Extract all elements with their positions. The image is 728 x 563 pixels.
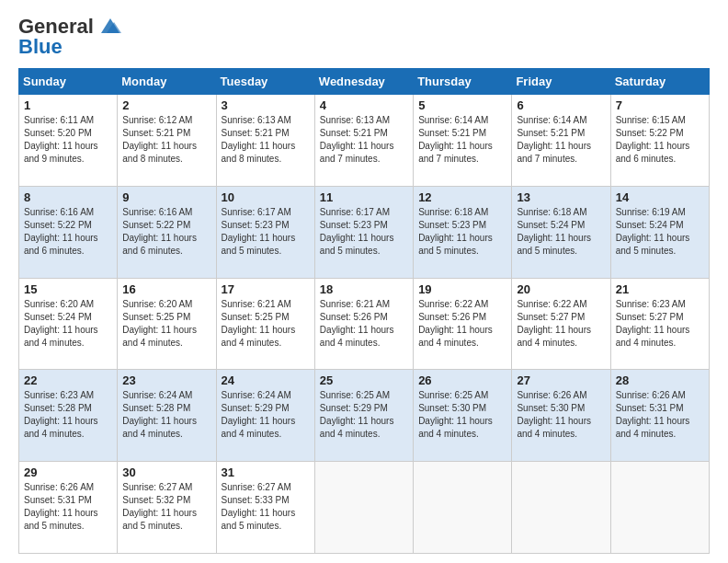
day-info: Sunrise: 6:13 AM Sunset: 5:21 PM Dayligh…: [320, 114, 408, 166]
day-info: Sunrise: 6:14 AM Sunset: 5:21 PM Dayligh…: [517, 114, 605, 166]
calendar-cell: 26 Sunrise: 6:25 AM Sunset: 5:30 PM Dayl…: [414, 370, 512, 462]
day-number: 22: [24, 373, 112, 387]
day-info: Sunrise: 6:24 AM Sunset: 5:29 PM Dayligh…: [222, 389, 310, 441]
logo: General Blue: [18, 15, 123, 59]
day-number: 30: [122, 465, 210, 479]
day-number: 24: [222, 373, 310, 387]
calendar-cell: 5 Sunrise: 6:14 AM Sunset: 5:21 PM Dayli…: [414, 95, 512, 187]
calendar-header-wednesday: Wednesday: [314, 69, 413, 95]
day-info: Sunrise: 6:14 AM Sunset: 5:21 PM Dayligh…: [418, 114, 506, 166]
logo-icon: [97, 17, 123, 37]
day-info: Sunrise: 6:21 AM Sunset: 5:26 PM Dayligh…: [320, 298, 408, 350]
day-number: 8: [24, 190, 112, 204]
day-number: 27: [517, 373, 605, 387]
day-number: 9: [122, 190, 210, 204]
calendar-cell: 31 Sunrise: 6:27 AM Sunset: 5:33 PM Dayl…: [216, 462, 314, 554]
calendar-header-sunday: Sunday: [19, 69, 118, 95]
calendar-cell: 20 Sunrise: 6:22 AM Sunset: 5:27 PM Dayl…: [512, 278, 610, 370]
calendar-cell: 23 Sunrise: 6:24 AM Sunset: 5:28 PM Dayl…: [118, 370, 216, 462]
day-info: Sunrise: 6:19 AM Sunset: 5:24 PM Dayligh…: [616, 206, 704, 258]
calendar-header-friday: Friday: [512, 69, 610, 95]
calendar-cell: 13 Sunrise: 6:18 AM Sunset: 5:24 PM Dayl…: [512, 186, 610, 278]
calendar-cell: 29 Sunrise: 6:26 AM Sunset: 5:31 PM Dayl…: [19, 462, 118, 554]
calendar-cell: 19 Sunrise: 6:22 AM Sunset: 5:26 PM Dayl…: [414, 278, 512, 370]
calendar-header-tuesday: Tuesday: [216, 69, 314, 95]
day-info: Sunrise: 6:11 AM Sunset: 5:20 PM Dayligh…: [24, 114, 112, 166]
day-number: 23: [122, 373, 210, 387]
day-info: Sunrise: 6:16 AM Sunset: 5:22 PM Dayligh…: [122, 206, 210, 258]
calendar-cell: 22 Sunrise: 6:23 AM Sunset: 5:28 PM Dayl…: [19, 370, 118, 462]
day-number: 10: [222, 190, 310, 204]
day-info: Sunrise: 6:21 AM Sunset: 5:25 PM Dayligh…: [222, 298, 310, 350]
calendar-cell: 7 Sunrise: 6:15 AM Sunset: 5:22 PM Dayli…: [610, 95, 709, 187]
day-number: 2: [122, 98, 210, 112]
calendar-header-monday: Monday: [118, 69, 216, 95]
page: General Blue SundayMondayTuesdayWednesda…: [0, 0, 728, 563]
calendar-header-saturday: Saturday: [610, 69, 709, 95]
calendar-cell: [512, 462, 610, 554]
day-info: Sunrise: 6:26 AM Sunset: 5:30 PM Dayligh…: [517, 389, 605, 441]
calendar-cell: 6 Sunrise: 6:14 AM Sunset: 5:21 PM Dayli…: [512, 95, 610, 187]
header: General Blue: [18, 15, 710, 59]
calendar-cell: [414, 462, 512, 554]
day-info: Sunrise: 6:13 AM Sunset: 5:21 PM Dayligh…: [222, 114, 310, 166]
day-number: 11: [320, 190, 408, 204]
day-number: 28: [616, 373, 704, 387]
day-info: Sunrise: 6:18 AM Sunset: 5:23 PM Dayligh…: [418, 206, 506, 258]
day-number: 26: [418, 373, 506, 387]
day-number: 31: [222, 465, 310, 479]
calendar-header-row: SundayMondayTuesdayWednesdayThursdayFrid…: [19, 69, 710, 95]
day-number: 15: [24, 282, 112, 296]
day-info: Sunrise: 6:12 AM Sunset: 5:21 PM Dayligh…: [122, 114, 210, 166]
day-info: Sunrise: 6:22 AM Sunset: 5:27 PM Dayligh…: [517, 298, 605, 350]
day-number: 29: [24, 465, 112, 479]
day-number: 12: [418, 190, 506, 204]
calendar-cell: [610, 462, 709, 554]
day-info: Sunrise: 6:17 AM Sunset: 5:23 PM Dayligh…: [320, 206, 408, 258]
calendar-cell: 8 Sunrise: 6:16 AM Sunset: 5:22 PM Dayli…: [19, 186, 118, 278]
day-info: Sunrise: 6:24 AM Sunset: 5:28 PM Dayligh…: [122, 389, 210, 441]
calendar-cell: [314, 462, 413, 554]
calendar-cell: 17 Sunrise: 6:21 AM Sunset: 5:25 PM Dayl…: [216, 278, 314, 370]
day-info: Sunrise: 6:20 AM Sunset: 5:24 PM Dayligh…: [24, 298, 112, 350]
day-info: Sunrise: 6:18 AM Sunset: 5:24 PM Dayligh…: [517, 206, 605, 258]
day-info: Sunrise: 6:22 AM Sunset: 5:26 PM Dayligh…: [418, 298, 506, 350]
calendar-cell: 4 Sunrise: 6:13 AM Sunset: 5:21 PM Dayli…: [314, 95, 413, 187]
day-number: 14: [616, 190, 704, 204]
calendar-table: SundayMondayTuesdayWednesdayThursdayFrid…: [18, 68, 710, 554]
calendar-cell: 24 Sunrise: 6:24 AM Sunset: 5:29 PM Dayl…: [216, 370, 314, 462]
calendar-cell: 30 Sunrise: 6:27 AM Sunset: 5:32 PM Dayl…: [118, 462, 216, 554]
day-info: Sunrise: 6:20 AM Sunset: 5:25 PM Dayligh…: [122, 298, 210, 350]
calendar-cell: 21 Sunrise: 6:23 AM Sunset: 5:27 PM Dayl…: [610, 278, 709, 370]
day-number: 7: [616, 98, 704, 112]
calendar-cell: 27 Sunrise: 6:26 AM Sunset: 5:30 PM Dayl…: [512, 370, 610, 462]
day-info: Sunrise: 6:23 AM Sunset: 5:28 PM Dayligh…: [24, 389, 112, 441]
day-info: Sunrise: 6:16 AM Sunset: 5:22 PM Dayligh…: [24, 206, 112, 258]
day-number: 19: [418, 282, 506, 296]
day-info: Sunrise: 6:17 AM Sunset: 5:23 PM Dayligh…: [222, 206, 310, 258]
day-info: Sunrise: 6:26 AM Sunset: 5:31 PM Dayligh…: [24, 481, 112, 533]
day-info: Sunrise: 6:25 AM Sunset: 5:29 PM Dayligh…: [320, 389, 408, 441]
day-number: 21: [616, 282, 704, 296]
calendar-cell: 10 Sunrise: 6:17 AM Sunset: 5:23 PM Dayl…: [216, 186, 314, 278]
day-info: Sunrise: 6:27 AM Sunset: 5:32 PM Dayligh…: [122, 481, 210, 533]
day-number: 25: [320, 373, 408, 387]
day-info: Sunrise: 6:23 AM Sunset: 5:27 PM Dayligh…: [616, 298, 704, 350]
day-number: 13: [517, 190, 605, 204]
calendar-cell: 28 Sunrise: 6:26 AM Sunset: 5:31 PM Dayl…: [610, 370, 709, 462]
calendar-cell: 25 Sunrise: 6:25 AM Sunset: 5:29 PM Dayl…: [314, 370, 413, 462]
calendar-header-thursday: Thursday: [414, 69, 512, 95]
day-number: 20: [517, 282, 605, 296]
day-number: 16: [122, 282, 210, 296]
day-number: 18: [320, 282, 408, 296]
day-info: Sunrise: 6:25 AM Sunset: 5:30 PM Dayligh…: [418, 389, 506, 441]
day-info: Sunrise: 6:15 AM Sunset: 5:22 PM Dayligh…: [616, 114, 704, 166]
calendar-cell: 16 Sunrise: 6:20 AM Sunset: 5:25 PM Dayl…: [118, 278, 216, 370]
calendar-cell: 2 Sunrise: 6:12 AM Sunset: 5:21 PM Dayli…: [118, 95, 216, 187]
day-number: 4: [320, 98, 408, 112]
calendar-cell: 3 Sunrise: 6:13 AM Sunset: 5:21 PM Dayli…: [216, 95, 314, 187]
calendar-cell: 11 Sunrise: 6:17 AM Sunset: 5:23 PM Dayl…: [314, 186, 413, 278]
calendar-cell: 14 Sunrise: 6:19 AM Sunset: 5:24 PM Dayl…: [610, 186, 709, 278]
calendar-cell: 9 Sunrise: 6:16 AM Sunset: 5:22 PM Dayli…: [118, 186, 216, 278]
calendar-week-3: 15 Sunrise: 6:20 AM Sunset: 5:24 PM Dayl…: [19, 278, 710, 370]
